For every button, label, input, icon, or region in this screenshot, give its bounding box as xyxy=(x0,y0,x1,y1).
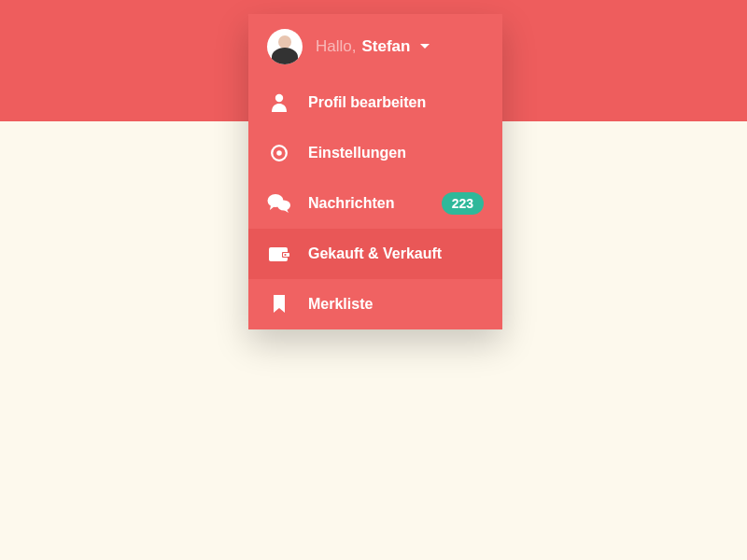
svg-point-2 xyxy=(276,150,282,156)
gear-icon xyxy=(267,143,291,163)
bookmark-icon xyxy=(267,295,291,314)
user-icon xyxy=(267,93,291,112)
svg-point-0 xyxy=(275,94,283,102)
menu-item-label: Gekauft & Verkauft xyxy=(308,245,484,262)
greeting-prefix: Hallo, xyxy=(316,37,356,56)
menu-item-label: Nachrichten xyxy=(308,195,425,212)
menu-item-watchlist[interactable]: Merkliste xyxy=(248,279,502,329)
chat-icon xyxy=(267,193,291,214)
menu-item-label: Profil bearbeiten xyxy=(308,94,484,111)
greeting: Hallo, Stefan xyxy=(316,37,484,56)
menu-item-settings[interactable]: Einstellungen xyxy=(248,128,502,178)
menu-item-messages[interactable]: Nachrichten 223 xyxy=(248,178,502,229)
menu-item-label: Einstellungen xyxy=(308,145,484,161)
chevron-down-icon xyxy=(419,43,430,50)
message-count-badge: 223 xyxy=(442,192,484,215)
menu-item-profile[interactable]: Profil bearbeiten xyxy=(248,77,502,128)
svg-point-4 xyxy=(277,201,290,211)
user-dropdown-menu: Hallo, Stefan Profil bearbeiten Einstell… xyxy=(248,14,502,329)
avatar xyxy=(267,29,303,64)
user-name: Stefan xyxy=(361,37,410,56)
svg-point-8 xyxy=(284,254,286,256)
menu-item-purchases[interactable]: Gekauft & Verkauft xyxy=(248,229,502,279)
user-header[interactable]: Hallo, Stefan xyxy=(248,14,502,77)
wallet-icon xyxy=(267,245,291,263)
menu-item-label: Merkliste xyxy=(308,296,484,313)
